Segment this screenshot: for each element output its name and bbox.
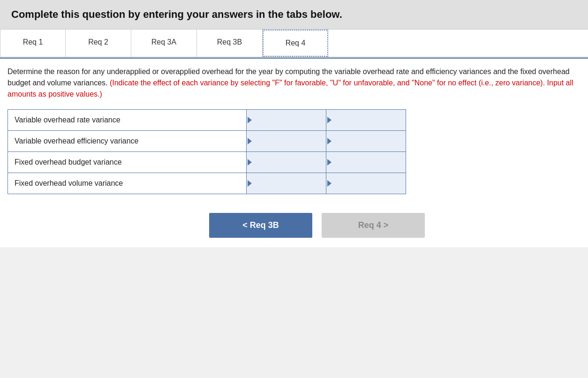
tab-req3a[interactable]: Req 3A (131, 30, 197, 57)
row-label-1: Variable overhead rate variance (8, 110, 247, 131)
input-row4-col2[interactable] (326, 173, 406, 194)
instructions-text: Determine the reason for any underapplie… (8, 66, 580, 100)
row-input1-1[interactable] (247, 110, 326, 131)
page-title: Complete this question by entering your … (11, 8, 577, 21)
tab-req1[interactable]: Req 1 (0, 30, 66, 57)
variance-table: Variable overhead rate variance Variable… (8, 109, 406, 194)
row-input2-4[interactable] (326, 173, 406, 194)
row-input1-3[interactable] (247, 152, 326, 173)
tab-req3b[interactable]: Req 3B (197, 30, 263, 57)
table-row: Variable overhead efficiency variance (8, 131, 406, 152)
input-row4-col1[interactable] (247, 173, 326, 194)
arrow-icon-2a (248, 138, 252, 144)
row-input2-2[interactable] (326, 131, 406, 152)
buttons-row: < Req 3B Req 4 > (8, 208, 580, 247)
arrow-icon-2b (327, 138, 332, 144)
table-row: Fixed overhead budget variance (8, 152, 406, 173)
arrow-icon-3b (327, 159, 332, 166)
tab-req2[interactable]: Req 2 (66, 30, 131, 57)
arrow-icon-1b (327, 117, 332, 123)
input-row1-col2[interactable] (326, 110, 406, 130)
prev-button[interactable]: < Req 3B (209, 213, 312, 238)
row-input2-3[interactable] (326, 152, 406, 173)
content-area: Determine the reason for any underapplie… (0, 58, 588, 247)
next-button[interactable]: Req 4 > (322, 213, 425, 238)
table-row: Fixed overhead volume variance (8, 173, 406, 194)
row-input2-1[interactable] (326, 110, 406, 131)
tabs-container: Req 1 Req 2 Req 3A Req 3B Req 4 (0, 30, 588, 58)
arrow-icon-1a (248, 117, 252, 123)
row-input1-4[interactable] (247, 173, 326, 194)
arrow-icon-4a (248, 180, 252, 187)
row-label-2: Variable overhead efficiency variance (8, 131, 247, 152)
input-row3-col1[interactable] (247, 152, 326, 173)
input-row1-col1[interactable] (247, 110, 326, 130)
input-row2-col2[interactable] (326, 131, 406, 151)
arrow-icon-3a (248, 159, 252, 166)
table-row: Variable overhead rate variance (8, 110, 406, 131)
input-row3-col2[interactable] (326, 152, 406, 173)
arrow-icon-4b (327, 180, 332, 187)
input-row2-col1[interactable] (247, 131, 326, 151)
row-label-4: Fixed overhead volume variance (8, 173, 247, 194)
row-input1-2[interactable] (247, 131, 326, 152)
row-label-3: Fixed overhead budget variance (8, 152, 247, 173)
tab-req4[interactable]: Req 4 (263, 30, 328, 57)
